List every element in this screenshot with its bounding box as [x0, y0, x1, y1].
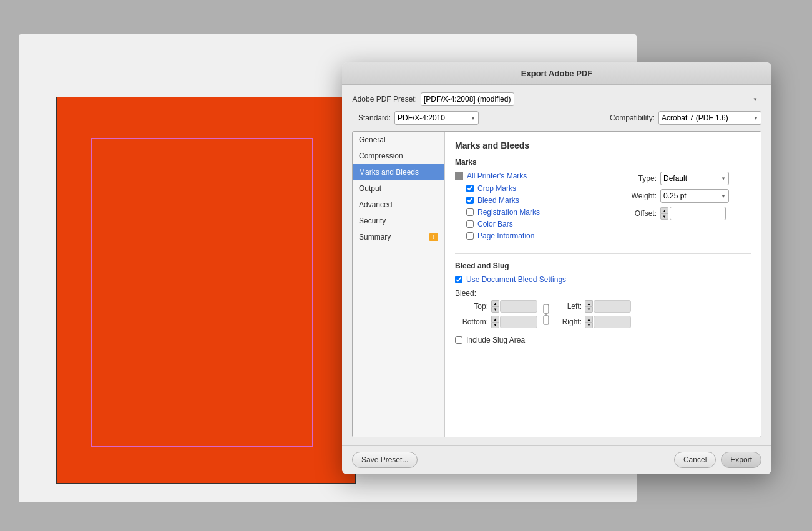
page-information-checkbox[interactable]: [466, 232, 474, 240]
sidebar-item-compression[interactable]: Compression: [353, 148, 444, 164]
offset-label: Offset:: [626, 209, 660, 218]
bleed-left-step-up[interactable]: ▲: [585, 300, 593, 306]
color-bars-label: Color Bars: [477, 220, 513, 228]
sidebar-item-general[interactable]: General: [353, 132, 444, 148]
bleed-top-input-wrap: ▲ ▼ 0.25 in: [491, 300, 537, 313]
standard-section: Standard: PDF/X-4:2010: [352, 111, 479, 125]
type-select[interactable]: Default: [660, 172, 729, 185]
sidebar-label-advanced: Advanced: [359, 200, 392, 209]
bleed-top-field: Top: ▲ ▼ 0.25 in: [461, 300, 537, 313]
all-printers-checkbox-icon: [455, 172, 463, 180]
compatibility-section: Compatibility: Acrobat 7 (PDF 1.6): [610, 111, 761, 125]
weight-row: Weight: 0.25 pt: [626, 189, 751, 203]
standard-label: Standard:: [352, 114, 394, 122]
use-document-bleed-row: Use Document Bleed Settings: [455, 275, 751, 284]
std-compat-row: Standard: PDF/X-4:2010 Compatibility: Ac…: [352, 111, 761, 125]
marks-section-title: Marks: [455, 158, 751, 167]
svg-rect-0: [544, 304, 549, 313]
type-label: Type:: [626, 174, 660, 183]
bleed-right-input[interactable]: 0.25 in: [594, 316, 631, 328]
compatibility-select-wrapper: Acrobat 7 (PDF 1.6): [658, 111, 761, 125]
color-bars-checkbox[interactable]: [466, 220, 474, 228]
weight-select-wrapper: 0.25 pt: [660, 189, 729, 203]
bleed-right-stepper: ▲ ▼: [585, 316, 593, 328]
chain-link-icon[interactable]: [540, 303, 552, 326]
sidebar-item-summary[interactable]: Summary !: [353, 229, 444, 245]
bleed-marks-checkbox[interactable]: [466, 197, 474, 204]
bleed-top-step-down[interactable]: ▼: [491, 306, 499, 313]
registration-marks-checkbox[interactable]: [466, 208, 474, 216]
bleed-left-label: Left:: [555, 302, 585, 311]
sidebar-item-advanced[interactable]: Advanced: [353, 197, 444, 213]
document-inner-border: [91, 138, 313, 447]
bleed-right-step-down[interactable]: ▼: [585, 322, 593, 328]
offset-input[interactable]: 0.0833 in: [670, 207, 726, 220]
use-document-bleed-label: Use Document Bleed Settings: [466, 275, 566, 284]
sidebar-item-output[interactable]: Output: [353, 180, 444, 197]
registration-marks-row: Registration Marks: [466, 208, 614, 217]
document-preview: [56, 97, 356, 484]
preset-row: Adobe PDF Preset: [PDF/X-4:2008] (modifi…: [352, 92, 761, 106]
offset-stepper: ▲ ▼: [660, 207, 668, 220]
bleed-slug-title: Bleed and Slug: [455, 261, 751, 270]
bleed-bottom-input[interactable]: 0.25 in: [500, 316, 537, 328]
bleed-label: Bleed:: [455, 289, 476, 298]
weight-select[interactable]: 0.25 pt: [660, 189, 729, 203]
bleed-top-input[interactable]: 0.25 in: [500, 300, 537, 313]
type-row: Type: Default: [626, 172, 751, 185]
include-slug-row: Include Slug Area: [455, 336, 751, 344]
bleed-left-stepper: ▲ ▼: [585, 300, 593, 313]
footer-right-buttons: Cancel Export: [674, 452, 761, 468]
registration-marks-label: Registration Marks: [477, 208, 540, 217]
standard-select[interactable]: PDF/X-4:2010: [394, 111, 479, 125]
use-document-bleed-checkbox[interactable]: [455, 276, 462, 283]
offset-step-down[interactable]: ▼: [660, 213, 668, 220]
bleed-right-column: Left: ▲ ▼ 0.25 in: [555, 300, 631, 328]
sidebar-label-marks-and-bleeds: Marks and Bleeds: [359, 168, 419, 177]
bleed-bottom-stepper: ▲ ▼: [491, 316, 499, 328]
preset-select-wrapper: [PDF/X-4:2008] (modified): [421, 92, 761, 106]
offset-step-up[interactable]: ▲: [660, 207, 668, 213]
compatibility-label: Compatibility:: [610, 114, 658, 122]
include-slug-checkbox[interactable]: [455, 336, 462, 344]
all-printers-label[interactable]: All Printer's Marks: [467, 172, 527, 180]
bleed-left-input[interactable]: 0.25 in: [594, 300, 631, 313]
save-preset-button[interactable]: Save Preset...: [352, 452, 418, 468]
bleed-bottom-step-down[interactable]: ▼: [491, 322, 499, 328]
weight-label: Weight:: [626, 192, 660, 200]
bleed-top-stepper: ▲ ▼: [491, 300, 499, 313]
bleed-right-step-up[interactable]: ▲: [585, 316, 593, 322]
main-content: General Compression Marks and Bleeds Out…: [352, 131, 761, 437]
preset-select[interactable]: [PDF/X-4:2008] (modified): [421, 92, 514, 106]
sidebar-item-security[interactable]: Security: [353, 213, 444, 229]
summary-warning-icon: !: [429, 233, 438, 241]
preset-label: Adobe PDF Preset:: [352, 95, 421, 104]
compatibility-select[interactable]: Acrobat 7 (PDF 1.6): [658, 111, 761, 125]
bleed-top-step-up[interactable]: ▲: [491, 300, 499, 306]
offset-row: Offset: ▲ ▼ 0.0833 in: [626, 207, 751, 220]
crop-marks-checkbox[interactable]: [466, 185, 474, 192]
bleed-bottom-label: Bottom:: [461, 318, 491, 326]
all-printers-row: All Printer's Marks: [455, 172, 614, 180]
bleed-right-field: Right: ▲ ▼ 0.25 in: [555, 316, 631, 328]
bleed-marks-label: Bleed Marks: [477, 196, 519, 205]
export-button[interactable]: Export: [721, 452, 761, 468]
bleed-bottom-step-up[interactable]: ▲: [491, 316, 499, 322]
dialog-footer: Save Preset... Cancel Export: [342, 445, 771, 474]
svg-rect-1: [544, 316, 549, 324]
bleed-label-row: Bleed:: [455, 289, 751, 298]
sidebar: General Compression Marks and Bleeds Out…: [353, 132, 445, 437]
cancel-button[interactable]: Cancel: [674, 452, 716, 468]
marks-section: Marks All Printer's Marks: [455, 158, 751, 243]
dialog-body: Adobe PDF Preset: [PDF/X-4:2008] (modifi…: [342, 85, 771, 445]
standard-select-wrapper: PDF/X-4:2010: [394, 111, 479, 125]
include-slug-label: Include Slug Area: [466, 336, 525, 344]
sidebar-label-output: Output: [359, 184, 381, 193]
sidebar-label-compression: Compression: [359, 152, 403, 160]
sidebar-item-marks-and-bleeds[interactable]: Marks and Bleeds: [353, 164, 444, 180]
panel-title: Marks and Bleeds: [455, 140, 751, 150]
bleed-right-label: Right:: [555, 318, 585, 326]
bleed-left-step-down[interactable]: ▼: [585, 306, 593, 313]
sidebar-label-summary: Summary: [359, 233, 391, 241]
sidebar-label-security: Security: [359, 217, 386, 225]
